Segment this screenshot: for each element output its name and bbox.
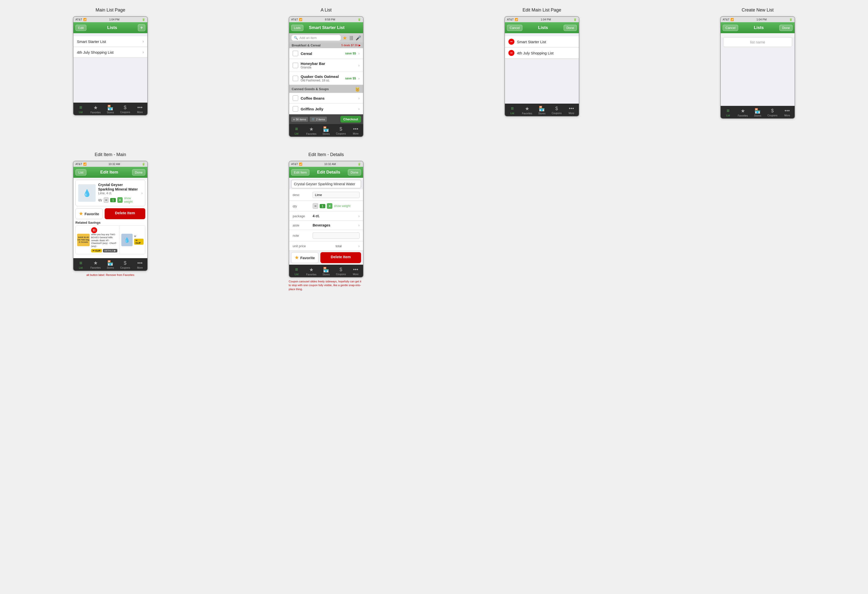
tab-favorites-1[interactable]: ★ Favorites <box>89 105 102 114</box>
tab-favorites-5[interactable]: ★ Favorites <box>89 260 102 269</box>
list-back-button[interactable]: List <box>75 169 86 175</box>
tab-stores-6[interactable]: 🏪 Stores <box>320 267 332 276</box>
placeholder-col4 <box>655 152 861 291</box>
checkbox-griffins[interactable] <box>293 106 298 112</box>
done-button-6[interactable]: Done <box>348 169 361 175</box>
checkbox-quaker[interactable] <box>293 76 298 81</box>
checkbox-cereal[interactable] <box>293 51 298 56</box>
annotation-alt-label: alt button label: Remove from Favorites <box>86 273 134 277</box>
cereal-name: Cereal <box>301 52 342 56</box>
smart-item-cereal[interactable]: Cereal save $$ › <box>289 48 363 59</box>
form-row-unit-price[interactable]: unit price total › <box>289 242 363 251</box>
delete-4th-july[interactable]: − <box>508 50 514 56</box>
screen5-title: Edit Item - Main <box>94 152 126 157</box>
list-item-4th-july[interactable]: 4th July Shopping List › <box>74 47 147 57</box>
favorite-button-5[interactable]: ★ Favorite <box>75 208 103 219</box>
tab-list-3[interactable]: ≡ List <box>506 106 519 115</box>
delete-button-6[interactable]: Delete Item <box>320 252 361 263</box>
checkbox-honeybar[interactable] <box>293 63 298 68</box>
tab-stores-1[interactable]: 🏪 Stores <box>104 105 117 114</box>
coupons-tab-icon-5: $ <box>124 260 127 266</box>
tab-more-4[interactable]: ••• More <box>781 108 793 117</box>
tab-stores-4[interactable]: 🏪 Stores <box>751 108 764 117</box>
show-weight-6[interactable]: show weight <box>334 204 350 208</box>
tab-favorites-4[interactable]: ★ Favorites <box>737 108 749 117</box>
clip-button-2[interactable]: ✂ CLIP <box>134 239 143 245</box>
checkout-count2-text: 2 items <box>316 118 325 121</box>
coupon-area-5: SAVE $1.00 ON TWO Big G Cereals $1 when … <box>75 226 145 254</box>
done-button-4[interactable]: Done <box>779 25 793 31</box>
edit-item-back-button[interactable]: Edit Item <box>291 169 309 175</box>
qty-minus-6[interactable]: − <box>313 203 318 209</box>
battery-5: 🔋 <box>142 162 145 166</box>
tab-coupons-6[interactable]: $ Coupons <box>335 267 347 276</box>
form-row-aisle[interactable]: aisle Beverages › <box>289 221 363 230</box>
tab-stores-3[interactable]: 🏪 Stores <box>536 106 548 115</box>
list-item-smart-starter-text: Smart Starter List <box>77 40 106 44</box>
clip-button-1[interactable]: ✂ CLIP <box>91 249 102 252</box>
wifi-icon-2: 📶 <box>299 18 303 21</box>
checkbox-coffee[interactable] <box>293 95 298 101</box>
content-4: list name <box>721 37 794 106</box>
favorite-button-6[interactable]: ★ Favorite <box>291 252 318 263</box>
checkout-button[interactable]: Checkout <box>340 116 361 122</box>
delete-button-5[interactable]: Delete Item <box>105 208 145 219</box>
coffee-name: Coffee Beans <box>301 96 356 100</box>
tab-coupons-5[interactable]: $ Coupons <box>119 260 131 269</box>
qty-minus-5[interactable]: − <box>103 197 109 203</box>
arrow-icon-1: › <box>143 39 144 44</box>
edit-list-item-smart-starter[interactable]: − Smart Starter List <box>505 36 579 47</box>
mic-icon-search[interactable]: 🎤 <box>356 35 361 41</box>
tab-stores-5[interactable]: 🏪 Stores <box>104 260 117 269</box>
cancel-button-3[interactable]: Cancel <box>507 25 523 31</box>
tab-more-2[interactable]: ••• More <box>349 126 362 135</box>
tab-coupons-1[interactable]: $ Coupons <box>119 105 131 113</box>
smart-item-griffins[interactable]: Griffins Jelly › <box>289 104 363 114</box>
done-button-3[interactable]: Done <box>564 25 577 31</box>
edit-button[interactable]: Edit <box>75 25 86 31</box>
details-button-1[interactable]: DETAILS ▶ <box>103 249 117 252</box>
stores-tab-icon-4: 🏪 <box>754 108 761 114</box>
tab-coupons-2[interactable]: $ Coupons <box>335 126 347 135</box>
form-row-note: note <box>289 230 363 242</box>
tab-favorites-6[interactable]: ★ Favorites <box>305 267 317 276</box>
item-name-input[interactable]: Crystal Geyser Sparkling Mineral Water <box>291 180 361 188</box>
show-weight-5[interactable]: show weight <box>124 196 139 203</box>
tab-coupons-4[interactable]: $ Coupons <box>766 108 779 117</box>
tab-more-5[interactable]: ••• More <box>134 260 146 269</box>
add-button[interactable]: + <box>138 24 145 31</box>
tab-bar-1: ≡ List ★ Favorites 🏪 Stores $ Coupons ••… <box>74 103 147 115</box>
tab-list-2[interactable]: ≡ List <box>291 126 303 135</box>
smart-item-coffee[interactable]: Coffee Beans › <box>289 93 363 104</box>
smart-item-quaker[interactable]: Quaker Oats Oatmeal Old Fashioned, 18 oz… <box>289 72 363 85</box>
list-name-input[interactable]: list name <box>723 37 792 47</box>
tab-list-5[interactable]: ≡ List <box>75 260 87 269</box>
tab-list-4[interactable]: ≡ List <box>722 108 734 117</box>
qty-plus-6[interactable]: + <box>327 203 332 209</box>
barcode-icon-search[interactable]: ||| <box>350 35 353 40</box>
cancel-button-4[interactable]: Cancel <box>723 25 738 31</box>
qty-plus-5[interactable]: + <box>117 197 123 203</box>
smart-item-honeybar[interactable]: Honeybar Bar Granola › <box>289 59 363 72</box>
search-icon-2: 🔍 <box>294 36 298 40</box>
done-button-5[interactable]: Done <box>132 169 145 175</box>
star-icon-search[interactable]: ★ <box>342 35 347 41</box>
edit-list-item-4th-july[interactable]: − 4th July Shopping List <box>505 47 579 59</box>
favorites-tab-icon-5: ★ <box>93 260 98 266</box>
delete-smart-starter[interactable]: − <box>508 39 514 45</box>
tab-coupons-3[interactable]: $ Coupons <box>551 106 563 115</box>
tab-more-3[interactable]: ••• More <box>565 106 577 115</box>
tab-favorites-3[interactable]: ★ Favorites <box>521 106 533 115</box>
lists-back-button[interactable]: Lists <box>291 25 303 31</box>
search-input-2[interactable]: 🔍 Add an item <box>291 35 341 41</box>
tab-list-6[interactable]: ≡ List <box>291 267 303 276</box>
tab-more-6[interactable]: ••• More <box>349 267 362 276</box>
note-input[interactable] <box>313 233 360 239</box>
tab-list-1[interactable]: ≡ List <box>75 105 87 113</box>
tab-favorites-2[interactable]: ★ Favorites <box>305 126 317 135</box>
list-item-smart-starter[interactable]: Smart Starter List › <box>74 36 147 47</box>
desc-input[interactable] <box>313 192 360 198</box>
tab-stores-2[interactable]: 🏪 Stores <box>320 126 332 135</box>
form-row-package[interactable]: package 4 ct. › <box>289 211 363 221</box>
tab-more-1[interactable]: ••• More <box>134 105 146 113</box>
